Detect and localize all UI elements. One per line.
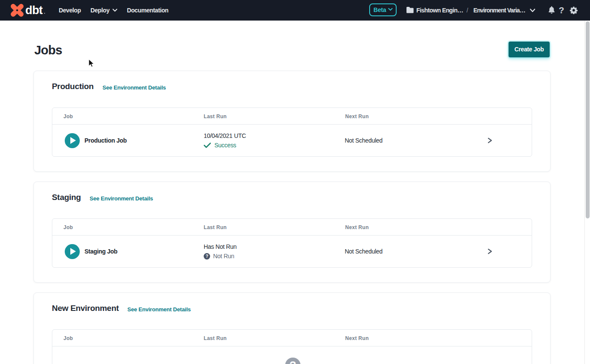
svg-text:?: ? xyxy=(289,359,296,364)
svg-text:?: ? xyxy=(205,254,208,259)
